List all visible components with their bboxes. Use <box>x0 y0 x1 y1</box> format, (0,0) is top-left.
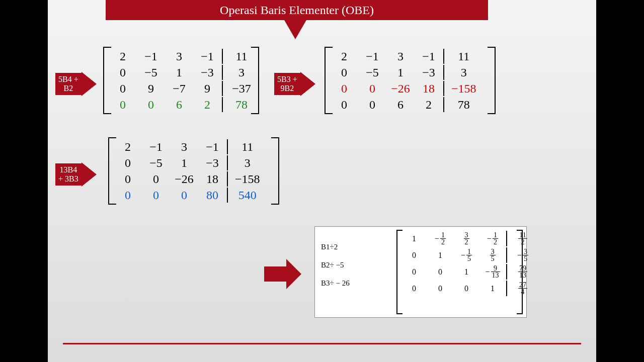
matrix-3: 2−13−1110−51−3300−2618−15800080540 <box>113 138 274 204</box>
matrix-1: 2−13−1110−51−3309−79−37006278 <box>108 48 254 113</box>
divider <box>63 343 581 344</box>
row-op-1: 5B4 +B2 <box>55 73 82 95</box>
arrow-right-icon <box>264 266 286 282</box>
matrix-2: 2−13−1110−51−3300−2618−158006278 <box>330 48 491 113</box>
matrix-4: 1−1232−1211201−1535−35001−91379130001274 <box>400 230 519 314</box>
row-op-2: 5B3 +9B2 <box>274 73 300 95</box>
fraction-result: B1÷2 B2÷ −5 B3÷ − 26 1−1232−1211201−1535… <box>314 226 527 318</box>
row-op-3: 13B4+ 3B3 <box>55 163 82 186</box>
arrow-down-icon <box>284 20 306 39</box>
row-op-4: B1÷2 B2÷ −5 B3÷ − 26 <box>321 238 350 292</box>
title-bar: Operasi Baris Elementer (OBE) <box>106 0 488 20</box>
slide: Operasi Baris Elementer (OBE) 5B4 +B2 2−… <box>48 0 596 362</box>
